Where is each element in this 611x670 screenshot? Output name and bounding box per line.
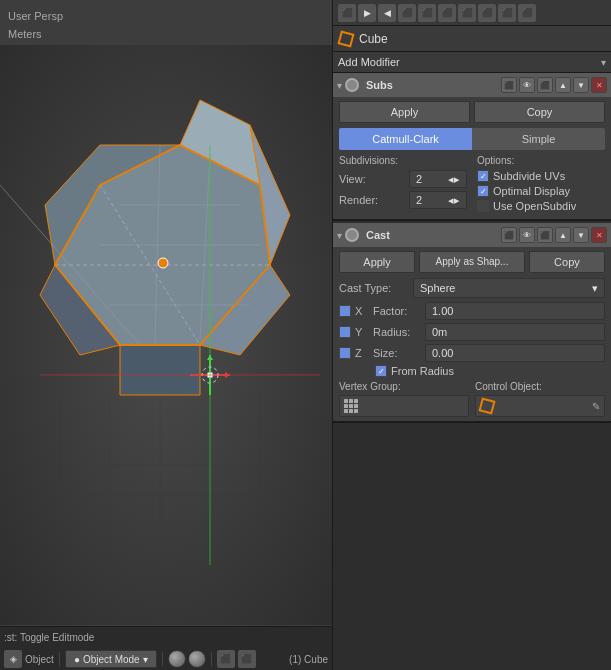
tab-simple[interactable]: Simple — [472, 128, 605, 150]
y-checkbox[interactable] — [339, 326, 351, 338]
view-field-row: View: 2 ◂▸ — [339, 170, 467, 188]
svg-marker-16 — [120, 345, 200, 395]
render-value[interactable]: 2 ◂▸ — [409, 191, 467, 209]
use-opensubdiv-label: Use OpenSubdiv — [493, 200, 576, 212]
render-icon2[interactable]: ⬛ — [238, 650, 256, 668]
control-object-label: Control Object: — [475, 381, 605, 392]
cast-eye-icon[interactable]: 👁 — [519, 227, 535, 243]
vertex-group-input[interactable] — [339, 395, 469, 417]
toolbar-top-row: :st: Toggle Editmode — [0, 627, 332, 649]
header-icon-2[interactable]: ▶ — [358, 4, 376, 22]
factor-value[interactable]: 1.00 — [425, 302, 605, 320]
render-label: Render: — [339, 194, 409, 206]
header-icon-10[interactable]: ⬛ — [518, 4, 536, 22]
subs-camera-icon[interactable]: ⬛ — [537, 77, 553, 93]
subs-apply-button[interactable]: Apply — [339, 101, 470, 123]
header-icon-5[interactable]: ⬛ — [418, 4, 436, 22]
eyedropper-icon[interactable]: ✎ — [592, 401, 600, 412]
subs-name: Subs — [362, 79, 498, 91]
object-tab-label[interactable]: Object — [25, 654, 54, 665]
vertex-group-section: Vertex Group: Control Object: — [339, 381, 605, 417]
sphere-icon-1[interactable] — [168, 650, 186, 668]
render-icon[interactable]: ⬛ — [217, 650, 235, 668]
cast-collapse-arrow[interactable]: ▾ — [337, 230, 342, 241]
tab-catmull-clark[interactable]: Catmull-Clark — [339, 128, 472, 150]
optimal-display-checkbox[interactable]: ✓ — [477, 185, 489, 197]
panel-scroll[interactable]: ▾ Subs ⬛ 👁 ⬛ ▲ ▼ ✕ Apply Copy Cat — [333, 73, 611, 670]
size-value-text: 0.00 — [432, 347, 453, 359]
subs-collapse-arrow[interactable]: ▾ — [337, 80, 342, 91]
header-icon-8[interactable]: ⬛ — [478, 4, 496, 22]
render-value-text: 2 — [416, 194, 422, 206]
x-label: X — [355, 305, 369, 317]
cast-render-icon[interactable]: ⬛ — [501, 227, 517, 243]
object-mode-button[interactable]: ● Object Mode ▾ — [65, 650, 157, 668]
control-object-cube-icon — [478, 397, 495, 414]
cast-content: Apply Apply as Shap... Copy Cast Type: S… — [333, 247, 611, 421]
subs-delete-icon[interactable]: ✕ — [591, 77, 607, 93]
object-header: Cube — [333, 26, 611, 52]
cast-titlebar: ▾ Cast ⬛ 👁 ⬛ ▲ ▼ ✕ — [333, 223, 611, 247]
header-icon-6[interactable]: ⬛ — [438, 4, 456, 22]
toolbar-separator2 — [162, 652, 163, 666]
toolbar-bottom-row: ◈ Object ● Object Mode ▾ ⬛ ⬛ (1) Cube — [0, 649, 332, 671]
cast-apply-shape-button[interactable]: Apply as Shap... — [419, 251, 525, 273]
svg-point-26 — [158, 258, 168, 268]
cast-apply-button[interactable]: Apply — [339, 251, 415, 273]
cast-enabled-toggle[interactable] — [345, 228, 359, 242]
object-name-label: Cube — [359, 32, 388, 46]
subs-btn-row: Apply Copy — [339, 101, 605, 123]
subs-content: Apply Copy Catmull-Clark Simple Subdivis… — [333, 97, 611, 219]
add-modifier-dropdown[interactable]: ▾ — [601, 57, 606, 68]
add-modifier-label: Add Modifier — [338, 56, 400, 68]
radius-value-text: 0m — [432, 326, 447, 338]
cast-modifier-block: ▾ Cast ⬛ 👁 ⬛ ▲ ▼ ✕ Apply Apply as Shap..… — [333, 223, 611, 423]
use-opensubdiv-checkbox[interactable] — [477, 200, 489, 212]
options-title: Options: — [477, 155, 605, 166]
cast-type-value-text: Sphere — [420, 282, 455, 294]
view-value[interactable]: 2 ◂▸ — [409, 170, 467, 188]
z-row: Z Size: 0.00 — [339, 344, 605, 362]
header-icon-9[interactable]: ⬛ — [498, 4, 516, 22]
cast-delete-icon[interactable]: ✕ — [591, 227, 607, 243]
subs-render-icon[interactable]: ⬛ — [501, 77, 517, 93]
sphere-icon-2[interactable] — [188, 650, 206, 668]
cast-down-icon[interactable]: ▼ — [573, 227, 589, 243]
x-checkbox[interactable] — [339, 305, 351, 317]
radius-label: Radius: — [373, 326, 425, 338]
subdivisions-section: Subdivisions: View: 2 ◂▸ Render: 2 — [339, 155, 605, 215]
subs-up-icon[interactable]: ▲ — [555, 77, 571, 93]
cast-camera-icon[interactable]: ⬛ — [537, 227, 553, 243]
add-modifier-section[interactable]: Add Modifier ▾ — [333, 52, 611, 73]
cast-type-value[interactable]: Sphere ▾ — [413, 278, 605, 298]
subs-eye-icon[interactable]: 👁 — [519, 77, 535, 93]
toolbar-separator — [59, 652, 60, 666]
x-row: X Factor: 1.00 — [339, 302, 605, 320]
subs-enabled-toggle[interactable] — [345, 78, 359, 92]
subdivide-uvs-checkbox[interactable]: ✓ — [477, 170, 489, 182]
z-checkbox[interactable] — [339, 347, 351, 359]
object-tab-icon[interactable]: ◈ — [4, 650, 22, 668]
control-object-input[interactable]: ✎ — [475, 395, 605, 417]
cast-type-row: Cast Type: Sphere ▾ — [339, 278, 605, 298]
x-field-row: Factor: 1.00 — [373, 302, 605, 320]
y-label: Y — [355, 326, 369, 338]
size-value[interactable]: 0.00 — [425, 344, 605, 362]
subs-copy-button[interactable]: Copy — [474, 101, 605, 123]
viewport[interactable]: User Persp Meters — [0, 0, 332, 670]
subs-down-icon[interactable]: ▼ — [573, 77, 589, 93]
use-opensubdiv-row: Use OpenSubdiv — [477, 200, 605, 212]
from-radius-checkbox[interactable]: ✓ — [375, 365, 387, 377]
header-icon-3[interactable]: ◀ — [378, 4, 396, 22]
subs-modifier-block: ▾ Subs ⬛ 👁 ⬛ ▲ ▼ ✕ Apply Copy Cat — [333, 73, 611, 221]
render-arrows: ◂▸ — [448, 194, 460, 207]
radius-value[interactable]: 0m — [425, 323, 605, 341]
header-icon-1[interactable]: ⬛ — [338, 4, 356, 22]
cast-copy-button[interactable]: Copy — [529, 251, 605, 273]
object-mode-icon: ● — [74, 654, 80, 665]
view-label: View: — [339, 173, 409, 185]
header-icon-4[interactable]: ⬛ — [398, 4, 416, 22]
cast-up-icon[interactable]: ▲ — [555, 227, 571, 243]
header-icon-7[interactable]: ⬛ — [458, 4, 476, 22]
control-object-col: Control Object: ✎ — [475, 381, 605, 417]
